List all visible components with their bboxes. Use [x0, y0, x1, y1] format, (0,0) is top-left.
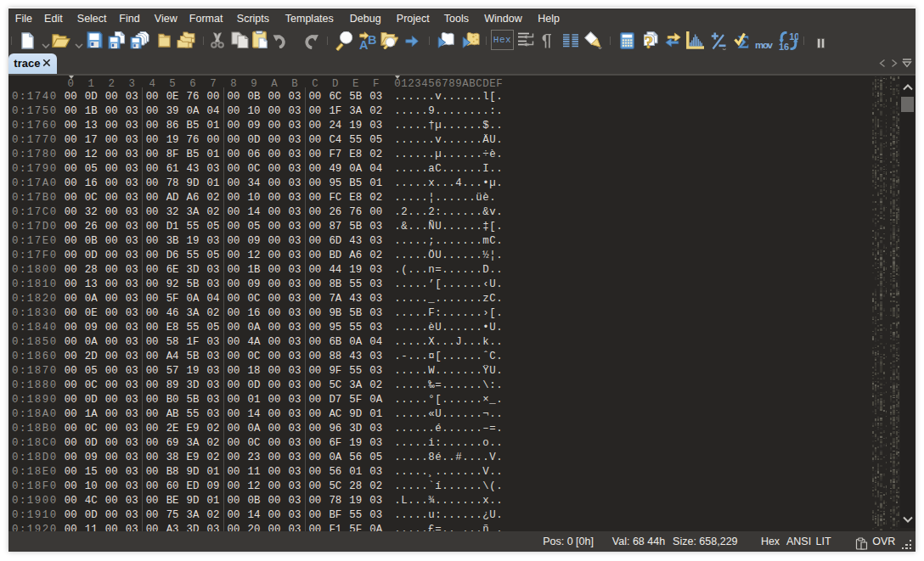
svg-text:?: ? — [644, 32, 653, 49]
svg-text:mov: mov — [755, 41, 774, 48]
svg-text:16: 16 — [779, 42, 789, 51]
svg-text:10: 10 — [789, 31, 798, 42]
svg-text:B: B — [368, 33, 376, 47]
